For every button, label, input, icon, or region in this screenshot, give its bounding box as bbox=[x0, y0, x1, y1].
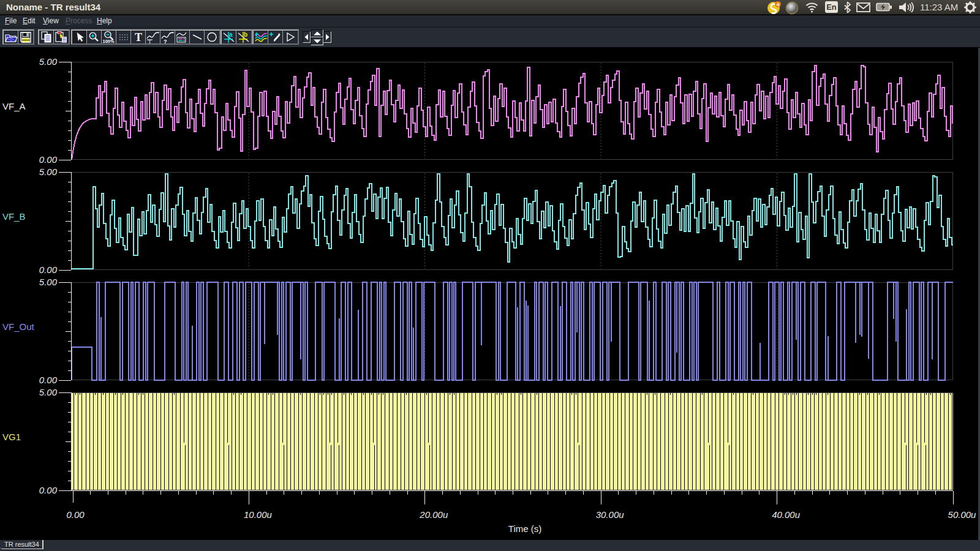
svg-text:0.00: 0.00 bbox=[66, 509, 85, 520]
svg-text:0.00: 0.00 bbox=[39, 485, 58, 495]
svg-text:20.00u: 20.00u bbox=[419, 509, 448, 520]
svg-text:Time (s): Time (s) bbox=[508, 523, 541, 534]
svg-text:0.00: 0.00 bbox=[39, 154, 58, 165]
svg-text:5.00: 5.00 bbox=[39, 387, 58, 397]
svg-text:T: T bbox=[134, 31, 141, 43]
svg-text:0.00: 0.00 bbox=[39, 375, 58, 385]
svg-text:a: a bbox=[229, 31, 233, 38]
svg-text:5.00: 5.00 bbox=[39, 56, 58, 67]
svg-text:10.00u: 10.00u bbox=[244, 509, 273, 520]
svg-text:100%: 100% bbox=[102, 39, 115, 44]
svg-text:40.00u: 40.00u bbox=[772, 509, 801, 520]
svg-text:T: T bbox=[148, 39, 151, 43]
svg-text:4: 4 bbox=[777, 2, 780, 7]
svg-text:30.00u: 30.00u bbox=[596, 509, 625, 520]
svg-text:50.00u: 50.00u bbox=[948, 509, 977, 520]
svg-text:5.00: 5.00 bbox=[39, 167, 58, 177]
svg-text:5.00: 5.00 bbox=[39, 277, 58, 287]
svg-text:?: ? bbox=[164, 39, 167, 43]
svg-text:0.00: 0.00 bbox=[39, 264, 58, 275]
svg-text:VF_Out: VF_Out bbox=[2, 321, 35, 332]
svg-text:VF_B: VF_B bbox=[2, 211, 26, 222]
svg-text:VG1: VG1 bbox=[2, 432, 21, 442]
svg-text:b: b bbox=[244, 31, 247, 38]
svg-text:VF_A: VF_A bbox=[2, 101, 26, 111]
